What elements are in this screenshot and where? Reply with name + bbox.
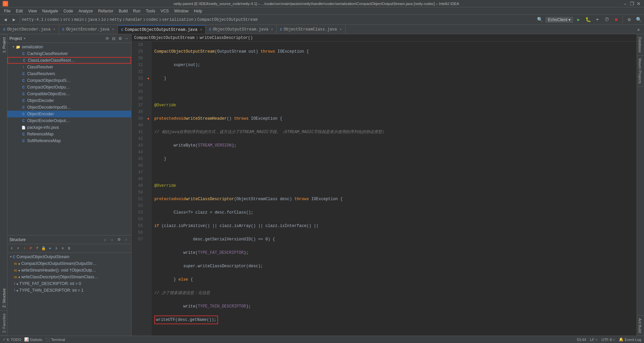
sort-up-icon[interactable]: ⬆	[15, 245, 21, 251]
status-event-log[interactable]: 🔔 Event Log	[619, 337, 641, 342]
align-right-icon[interactable]: ≣	[66, 245, 72, 251]
menu-window[interactable]: Window	[171, 7, 191, 14]
struct-class-node[interactable]: ▼ C CompactObjectOutputStream	[7, 253, 131, 260]
tree-item-compatibleenc[interactable]: C CompatibleObjectEnc…	[7, 91, 131, 97]
code-breadcrumb-class[interactable]: CompactObjectOutputStream	[134, 36, 195, 40]
breadcrumb-class[interactable]: CompactObjectOutputStream	[197, 17, 258, 22]
tree-item-classresolvers[interactable]: C ClassResolvers	[7, 70, 131, 77]
struct-writeclassdesc[interactable]: m ● writeClassDescriptor(ObjectStreamCla…	[7, 274, 131, 280]
settings-button[interactable]: ⚙	[625, 16, 633, 24]
tree-item-referencemap[interactable]: C ReferenceMap	[7, 131, 131, 137]
breadcrumb-src[interactable]: src	[63, 17, 70, 22]
coverage-button[interactable]: ☂	[593, 16, 601, 24]
status-position[interactable]: 53:44	[577, 337, 586, 342]
settings-icon-struct[interactable]: ⚙	[116, 237, 122, 243]
menu-edit[interactable]: Edit	[13, 7, 25, 14]
sort-visibility-icon[interactable]: ↕	[109, 237, 115, 243]
breadcrumb-codec2[interactable]: codec	[146, 17, 158, 22]
side-tab-maven[interactable]: Maven Projects	[637, 56, 644, 87]
menu-tools[interactable]: Tools	[143, 7, 158, 14]
side-tab-database[interactable]: Database	[637, 34, 644, 56]
status-encoding[interactable]: UTF-8 ÷	[601, 337, 615, 342]
sort-down-icon[interactable]: ⬇	[9, 245, 15, 251]
menu-navigate[interactable]: Navigate	[40, 7, 61, 14]
sort-alpha-icon[interactable]: ↕	[102, 237, 108, 243]
tree-item-serialization[interactable]: ▼ 📁 serialization	[7, 44, 131, 50]
struct-constructor[interactable]: m ● CompactObjectOutputStream(OutputStr…	[7, 260, 131, 267]
tree-item-objectdecoderinput[interactable]: C ObjectDecoderInputSt…	[7, 104, 131, 111]
search-everywhere[interactable]: 🔍	[635, 16, 643, 24]
breakpoint-39[interactable]: ●	[145, 115, 152, 122]
code-breadcrumb-method[interactable]: writeClassDescriptor()	[200, 36, 253, 40]
status-todo[interactable]: ✓ 6: TODO	[3, 337, 21, 342]
toolbar-back[interactable]: ◀	[1, 16, 9, 24]
toolbar-forward[interactable]: ▶	[10, 16, 18, 24]
tab-object-stream-class[interactable]: C ObjectStreamClass.java ×	[277, 25, 345, 34]
tree-item-objectencoderout[interactable]: C ObjectEncoderOutput…	[7, 117, 131, 124]
run-button[interactable]: ▶	[575, 16, 583, 24]
close-button[interactable]: ✕	[636, 1, 641, 6]
hide-struct-icon[interactable]: −	[123, 237, 129, 243]
breadcrumb-serialization[interactable]: serialization	[162, 17, 194, 22]
public-icon[interactable]: P	[28, 245, 34, 251]
side-tab-structure[interactable]: Z: Structure	[0, 286, 7, 310]
expand-icon[interactable]: ↑	[21, 245, 28, 251]
circle-icon[interactable]: ●	[47, 245, 53, 251]
tab-object-output-stream[interactable]: C ObjectOutputStream.java ×	[206, 25, 277, 34]
maximize-button[interactable]: ❐	[629, 1, 635, 6]
profile-button[interactable]: ⏱	[603, 16, 611, 24]
lock-icon[interactable]: 🔒	[41, 245, 47, 251]
breadcrumb-project[interactable]: netty-4.1	[22, 17, 44, 22]
tree-item-classresolver[interactable]: I ClassResolver	[7, 64, 131, 70]
collapse-icon[interactable]: ⊟	[111, 36, 116, 41]
align-left-icon[interactable]: ≡	[60, 245, 66, 251]
tab-close-stream-class[interactable]: ×	[340, 28, 342, 32]
stop-button[interactable]: ■	[612, 16, 620, 24]
status-terminal[interactable]: ⬛ Terminal	[45, 337, 65, 342]
tree-item-caching[interactable]: C CachingClassResolver	[7, 50, 131, 57]
minimize-button[interactable]: –	[623, 1, 628, 6]
menu-code[interactable]: Code	[61, 7, 76, 14]
side-tab-ant[interactable]: Ant Build	[637, 315, 644, 336]
menu-vcs[interactable]: VCS	[158, 7, 172, 14]
tab-close-encoder[interactable]: ×	[112, 28, 114, 32]
menu-file[interactable]: File	[1, 7, 13, 14]
side-tab-project[interactable]: 1: Project	[0, 34, 7, 55]
breadcrumb-main[interactable]: main	[74, 17, 84, 22]
breadcrumb-netty[interactable]: netty	[110, 17, 122, 22]
tree-item-softreferencemap[interactable]: C SoftReferenceMap	[7, 137, 131, 144]
status-statistic[interactable]: 📊 Statistic	[24, 337, 43, 342]
tree-item-compactoutput[interactable]: C CompactObjectOutpu…	[7, 84, 131, 91]
tree-item-objectdecoder[interactable]: C ObjectDecoder	[7, 97, 131, 104]
menu-run[interactable]: Run	[130, 7, 143, 14]
settings-icon[interactable]: ⚙	[117, 36, 123, 41]
tab-object-encoder[interactable]: C ObjectEncoder.java ×	[59, 25, 118, 34]
debug-button[interactable]: 🐛	[584, 16, 592, 24]
tab-close-compact[interactable]: ×	[200, 28, 202, 32]
breadcrumb-handler[interactable]: handler	[125, 17, 142, 22]
breadcrumb-codec[interactable]: codec	[47, 17, 59, 22]
status-lf[interactable]: LF ÷	[590, 337, 597, 342]
breadcrumb-java[interactable]: java	[88, 17, 97, 22]
code-editor[interactable]: CompactObjectOutputStream(OutputStream o…	[152, 42, 637, 336]
tree-item-classloader[interactable]: C ClassLoaderClassResol…	[7, 57, 131, 64]
tree-item-packageinfo[interactable]: 📄 package-info.java	[7, 124, 131, 131]
tab-object-decoder[interactable]: C ObjectDecoder.java ×	[0, 25, 59, 34]
project-dropdown-icon[interactable]: ▾	[24, 37, 25, 40]
struct-writestream[interactable]: m ● writeStreamHeader(): void †ObjectOut…	[7, 267, 131, 274]
editor-settings[interactable]: ⚙	[635, 26, 643, 34]
tree-item-compactinput[interactable]: C CompactObjectInputS…	[7, 77, 131, 84]
struct-type-fat[interactable]: f ● TYPE_FAT_DESCRIPTOR: int = 0	[7, 280, 131, 287]
tab-close-decoder[interactable]: ×	[53, 28, 55, 32]
menu-refactor[interactable]: Refactor	[96, 7, 116, 14]
breadcrumb-io[interactable]: io	[101, 17, 106, 22]
menu-help[interactable]: Help	[191, 7, 205, 14]
menu-build[interactable]: Build	[116, 7, 130, 14]
toolbar-search[interactable]: 🔍	[536, 16, 544, 24]
lambda-icon[interactable]: λ	[53, 245, 59, 251]
menu-view[interactable]: View	[25, 7, 40, 14]
breakpoint-33[interactable]: ●	[145, 75, 152, 82]
run-config-selector[interactable]: EchoClient ▾	[545, 17, 573, 23]
tab-close-output[interactable]: ×	[271, 28, 273, 32]
tab-compact-output-stream[interactable]: C CompactObjectOutputStream.java ×	[118, 25, 206, 34]
